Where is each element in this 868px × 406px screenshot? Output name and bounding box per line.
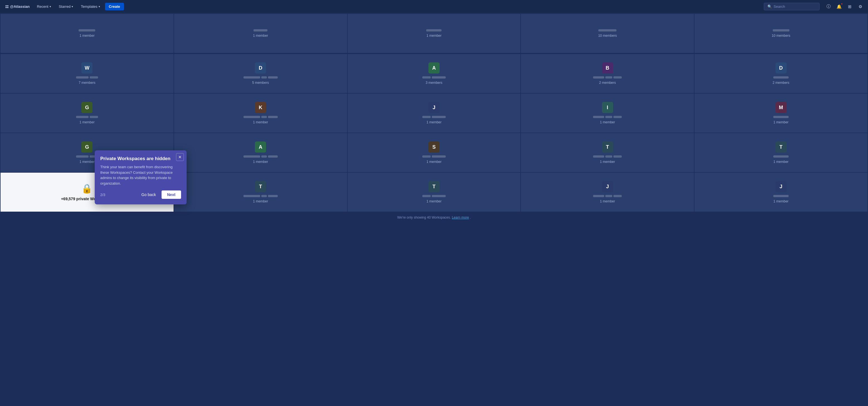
workspace-avatar: T — [428, 181, 440, 192]
search-box[interactable]: 🔍 Search — [764, 3, 819, 10]
ws-blurred-lines — [593, 195, 622, 197]
workspace-card[interactable]: T 1 member — [694, 133, 867, 172]
private-workspaces-popup: ✕ Private Workspaces are hidden Think yo… — [95, 150, 187, 205]
workspace-card[interactable]: J 1 member — [348, 94, 521, 132]
ws-blurred-lines — [773, 29, 789, 31]
workspace-card[interactable]: T 1 member — [521, 133, 694, 172]
workspace-card[interactable]: 10 members — [694, 14, 867, 53]
workspace-card[interactable]: J 1 member — [694, 173, 867, 212]
workspace-card[interactable]: S 1 member — [348, 133, 521, 172]
workspace-avatar: S — [428, 142, 440, 153]
workspace-card[interactable]: A 1 member — [174, 133, 347, 172]
popup-close-button[interactable]: ✕ — [176, 153, 184, 161]
member-count: 10 members — [598, 34, 617, 38]
workspace-grid-top: 1 member 1 member 1 member — [0, 13, 868, 54]
member-count: 1 member — [427, 120, 441, 124]
workspace-card[interactable]: 10 members — [521, 14, 694, 53]
ws-content: 1 member — [525, 116, 689, 124]
workspace-card[interactable]: G 1 member — [1, 94, 174, 132]
popup-step: 2/3 — [100, 193, 105, 197]
workspace-card[interactable]: 1 member — [174, 14, 347, 53]
workspace-card[interactable]: J 1 member — [521, 173, 694, 212]
footer-text: We're only showing 40 Workspaces. — [397, 216, 451, 219]
footer-bar: We're only showing 40 Workspaces. Learn … — [0, 212, 868, 223]
ws-content: 1 member — [352, 195, 516, 203]
chevron-down-icon: ▾ — [99, 5, 100, 8]
ws-blurred-lines — [422, 155, 446, 158]
member-count: 1 member — [80, 34, 94, 38]
workspace-avatar: T — [255, 181, 266, 192]
member-count: 5 members — [252, 81, 269, 85]
workspace-card[interactable]: T 1 member — [174, 173, 347, 212]
ws-content: 5 members — [179, 76, 343, 85]
chevron-down-icon: ▾ — [50, 5, 51, 8]
workspace-avatar: A — [428, 62, 440, 73]
ws-content: 1 member — [525, 195, 689, 203]
ws-blurred-lines — [773, 155, 788, 158]
ws-content: 1 member — [5, 29, 169, 38]
grid-menu-button[interactable]: ⊞ — [845, 2, 854, 11]
ws-content: 1 member — [179, 155, 343, 164]
member-count: 1 member — [427, 160, 441, 164]
workspace-card[interactable]: B 2 members — [521, 54, 694, 93]
ws-blurred-lines — [773, 195, 788, 197]
ws-content: 1 member — [5, 116, 169, 124]
ws-blurred-lines — [79, 29, 95, 31]
member-count: 1 member — [774, 199, 788, 203]
member-count: 2 members — [773, 81, 789, 85]
settings-button[interactable]: ⚙ — [856, 2, 865, 11]
ws-blurred-lines — [422, 116, 446, 118]
ws-content: 1 member — [352, 116, 516, 124]
lock-icon: 🔒 — [81, 183, 92, 194]
ws-blurred-lines — [253, 29, 268, 31]
workspace-avatar: T — [776, 142, 787, 153]
workspace-card[interactable]: I 1 member — [521, 94, 694, 132]
logo-text: @Atlassian — [10, 4, 30, 9]
workspace-card[interactable]: M 1 member — [694, 94, 867, 132]
ws-blurred-lines — [773, 76, 788, 79]
chevron-down-icon: ▾ — [71, 5, 73, 8]
workspace-card[interactable]: T 1 member — [348, 173, 521, 212]
main-content: 1 member 1 member 1 member — [0, 13, 868, 406]
ws-content: 1 member — [699, 116, 863, 124]
next-button[interactable]: Next — [161, 190, 181, 199]
starred-button[interactable]: Starred ▾ — [56, 3, 76, 10]
notifications-button[interactable]: 🔔 — [835, 2, 843, 11]
workspace-card[interactable]: W 7 members — [1, 54, 174, 93]
workspace-card[interactable]: 1 member — [348, 14, 521, 53]
workspace-card[interactable]: D 5 members — [174, 54, 347, 93]
workspace-card[interactable]: K 1 member — [174, 94, 347, 132]
learn-more-link[interactable]: Learn more — [452, 216, 469, 219]
ws-blurred-lines — [76, 76, 98, 79]
ws-content: 1 member — [699, 155, 863, 164]
workspace-avatar: J — [428, 102, 440, 113]
ws-content: 10 members — [525, 29, 689, 38]
workspace-card[interactable]: D 2 members — [694, 54, 867, 93]
logo[interactable]: @Atlassian — [3, 3, 32, 10]
ws-content: 3 members — [352, 76, 516, 85]
member-count: 1 member — [600, 199, 615, 203]
info-button[interactable]: ⓘ — [824, 2, 833, 11]
recent-button[interactable]: Recent ▾ — [34, 3, 54, 10]
ws-content: 1 member — [352, 29, 516, 38]
workspace-avatar: B — [602, 62, 613, 73]
ws-content: 7 members — [5, 76, 169, 85]
member-count: 1 member — [600, 160, 615, 164]
ws-blurred-lines — [773, 116, 788, 118]
workspace-card[interactable]: A 3 members — [348, 54, 521, 93]
ws-blurred-lines — [422, 76, 446, 79]
go-back-button[interactable]: Go back — [138, 190, 159, 199]
ws-blurred-lines — [76, 116, 98, 118]
ws-blurred-lines — [244, 116, 278, 118]
create-button[interactable]: Create — [105, 3, 124, 10]
workspace-card[interactable]: 1 member — [1, 14, 174, 53]
ws-blurred-lines — [593, 155, 622, 158]
ws-content: 2 members — [699, 76, 863, 85]
templates-button[interactable]: Templates ▾ — [78, 3, 102, 10]
ws-blurred-lines — [593, 116, 622, 118]
workspace-avatar: W — [81, 62, 92, 73]
workspace-avatar: M — [776, 102, 787, 113]
ws-content: 2 members — [525, 76, 689, 85]
ws-blurred-lines — [598, 29, 616, 31]
workspace-avatar: K — [255, 102, 266, 113]
